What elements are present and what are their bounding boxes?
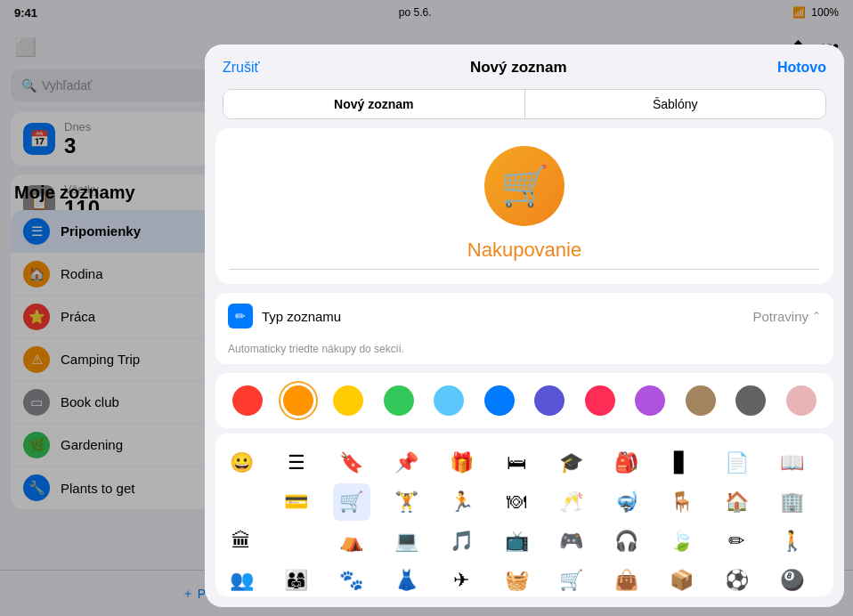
icon-gift[interactable]: 🎁 [443,444,480,482]
list-type-row[interactable]: ✏ Typ zoznamu Potraviny ⌃ [215,293,833,339]
icon-book[interactable]: 📖 [773,444,810,482]
icon-bag[interactable]: 🎒 [608,444,646,482]
icon-headphones[interactable]: 🎧 [608,523,646,560]
icon-bag2[interactable]: 👜 [608,562,646,596]
list-name-input[interactable] [230,239,819,270]
list-icon-emoji: 🛒 [500,163,549,209]
cancel-button[interactable]: Zrušiť [223,60,260,76]
icon-bookmark[interactable]: 🔖 [333,444,370,482]
list-type-hint: Automaticky triedte nákupy do sekcií. [215,339,833,364]
color-yellow[interactable] [333,385,363,416]
icon-soccer[interactable]: ⚽ [718,562,755,596]
icon-building[interactable]: 🏢 [773,483,810,521]
icon-food[interactable]: 🍽 [498,483,535,521]
icon-billiard[interactable]: 🎱 [773,562,810,596]
icon-emoji[interactable]: 😀 [223,444,260,482]
icon-image [223,483,260,521]
color-blue[interactable] [484,385,515,416]
list-type-label: Typ zoznamu [262,309,743,324]
modal-title: Nový zoznam [470,59,567,77]
icon-bank[interactable]: 🏛 [223,523,260,560]
icon-walk[interactable]: 🚶 [773,523,810,560]
list-type-section: ✏ Typ zoznamu Potraviny ⌃ Automaticky tr… [215,293,833,364]
color-green[interactable] [384,385,414,416]
color-darkgray[interactable] [735,385,766,416]
color-purple[interactable] [635,385,665,416]
icon-laptop[interactable]: 💻 [387,523,425,560]
icon-bank2 [278,523,315,560]
icon-run[interactable]: 🏃 [443,483,480,521]
color-red[interactable] [232,385,263,416]
modal-header: Zrušiť Nový zoznam Hotovo [205,45,844,84]
new-list-modal: Zrušiť Nový zoznam Hotovo Nový zoznam Ša… [205,45,844,607]
icon-plane[interactable]: ✈ [443,562,480,596]
icon-home[interactable]: 🏠 [718,483,755,521]
icon-grid-section: 😀 ☰ 🔖 📌 🎁 🛏 🎓 🎒 ▋ 📄 📖 💳 🛒 🏋 🏃 🍽 🥂 🤿 🪑 🏠 … [215,434,833,596]
color-orange[interactable] [283,385,313,416]
icon-bed[interactable]: 🛏 [498,444,535,482]
tab-novy-zoznam[interactable]: Nový zoznam [223,90,524,118]
icon-document[interactable]: 📄 [718,444,755,482]
color-brown[interactable] [686,385,716,416]
icon-dress[interactable]: 👗 [387,562,425,596]
tab-sablony[interactable]: Šablóny [525,90,826,118]
list-type-icon: ✏ [228,304,253,328]
color-lightblue[interactable] [434,385,464,416]
icon-wine[interactable]: 🥂 [553,483,590,521]
icon-dive[interactable]: 🤿 [608,483,646,521]
icon-leaf[interactable]: 🍃 [663,523,701,560]
icon-graduation[interactable]: 🎓 [553,444,590,482]
tab-segmented-control: Nový zoznam Šablóny [223,89,826,119]
icon-cart[interactable]: 🛒 [333,483,370,521]
icon-cart2[interactable]: 🛒 [553,562,590,596]
icon-chair[interactable]: 🪑 [663,483,701,521]
list-type-value: Potraviny ⌃ [752,309,821,324]
icon-pencil[interactable]: ✏ [718,523,755,560]
icon-music[interactable]: 🎵 [443,523,480,560]
icon-game[interactable]: 🎮 [553,523,590,560]
icon-card[interactable]: 💳 [278,483,315,521]
chevron-down-icon: ⌃ [812,310,821,322]
icon-paw[interactable]: 🐾 [333,562,370,596]
color-pink[interactable] [585,385,615,416]
list-icon-preview[interactable]: 🛒 [484,146,565,226]
color-indigo[interactable] [534,385,565,416]
icon-tv[interactable]: 📺 [498,523,535,560]
icon-pin[interactable]: 📌 [387,444,425,482]
icon-group[interactable]: 👥 [223,562,260,596]
color-palette [215,373,833,428]
icon-gym[interactable]: 🏋 [387,483,425,521]
icon-family[interactable]: 👨‍👩‍👧 [278,562,315,596]
icon-preview-section: 🛒 [215,128,833,284]
done-button[interactable]: Hotovo [777,60,826,76]
color-rosegold[interactable] [786,385,816,416]
icon-grid: 😀 ☰ 🔖 📌 🎁 🛏 🎓 🎒 ▋ 📄 📖 💳 🛒 🏋 🏃 🍽 🥂 🤿 🪑 🏠 … [223,444,826,596]
icon-tent[interactable]: ⛺ [333,523,370,560]
icon-box[interactable]: 📦 [663,562,701,596]
icon-list[interactable]: ☰ [278,444,315,482]
icon-basket[interactable]: 🧺 [498,562,535,596]
icon-bar[interactable]: ▋ [663,444,701,482]
